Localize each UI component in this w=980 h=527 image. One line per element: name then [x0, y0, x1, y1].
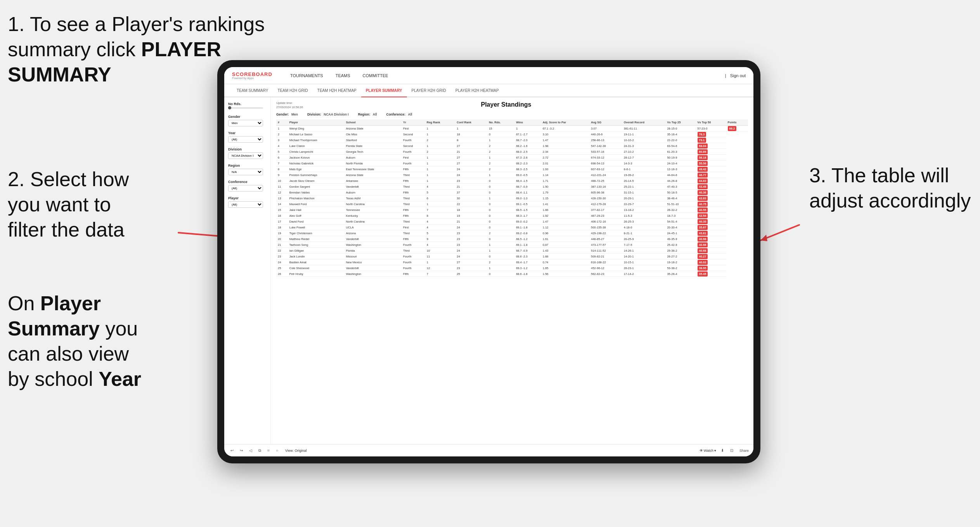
step2-text: 2. Select howyou want tofilter the data	[8, 168, 129, 241]
logo: SCOREBOARD Powered by dippo	[232, 72, 272, 79]
table-row: 1Wenyi DingArizona StateFirst1115167.1 -…	[276, 126, 748, 131]
screenshot-button[interactable]: ⊡	[729, 448, 735, 453]
tab-team-h2h-grid[interactable]: TEAM H2H GRID	[273, 84, 313, 97]
nav-divider: |	[725, 73, 726, 78]
points-value: 44.83	[698, 178, 708, 183]
points-value: 68.04	[698, 143, 708, 149]
export-button[interactable]: ⬇	[719, 448, 725, 453]
col-overall: Overall Record	[622, 119, 666, 126]
view-label: View: Original	[285, 449, 306, 453]
tab-player-h2h-heatmap[interactable]: PLAYER H2H HEATMAP	[451, 84, 504, 97]
copy-button[interactable]: ⧉	[257, 448, 263, 454]
points-value: 88.2	[728, 126, 737, 131]
redo-button[interactable]: ↪	[238, 448, 244, 453]
table-row: 3Michael ThorbjornsenStanfordFourth28168…	[276, 137, 748, 143]
update-time: Update time: 27/03/2024 16:56:26	[276, 101, 303, 109]
undo-button[interactable]: ↩	[229, 448, 235, 453]
sign-out-button[interactable]: Sign out	[730, 73, 746, 78]
table-row: 13Phichaksn MaichonTexas A&MThird630169.…	[276, 195, 748, 201]
conference-select[interactable]: (All)	[228, 185, 263, 192]
no-rds-label: No Rds.	[228, 102, 267, 106]
sidebar-region: Region N/A	[228, 164, 267, 175]
points-value: 40.68	[698, 248, 708, 253]
table-row: 8Mats EgeEast Tennessee StateFifth124268…	[276, 166, 748, 172]
tab-player-summary[interactable]: PLAYER SUMMARY	[361, 84, 407, 97]
col-reg-rank: Reg Rank	[425, 119, 455, 126]
filter-conference: Conference: All	[386, 112, 414, 116]
table-row: 21Taehoon SongWashingtonFourth423169.1 -…	[276, 242, 748, 248]
points-value: 40.27	[698, 254, 708, 259]
share-button[interactable]: Share	[739, 449, 749, 453]
filter-division: Division: NCAA Division I	[307, 112, 350, 116]
clock-button[interactable]: ○	[274, 448, 280, 453]
col-vs-top25: Vs Top 25	[665, 119, 696, 126]
sidebar-gender: Gender Men	[228, 115, 267, 126]
standings-table: # Player School Yr Reg Rank Conf Rank No…	[276, 119, 748, 277]
tab-team-summary[interactable]: TEAM SUMMARY	[232, 84, 273, 97]
gender-select[interactable]: Men	[228, 120, 263, 126]
table-row: 19Tiger ChristensenArizonaThird523269.2 …	[276, 230, 748, 236]
col-no-rds: No. Rds.	[487, 119, 514, 126]
player-select[interactable]: (All)	[228, 201, 263, 208]
no-rds-slider[interactable]	[228, 107, 263, 109]
points-value: 55.56	[698, 161, 708, 166]
region-select[interactable]: N/A	[228, 169, 263, 175]
nav-committee[interactable]: COMMITTEE	[357, 67, 395, 84]
col-yr: Yr	[402, 119, 425, 126]
conference-label: Conference	[228, 180, 267, 184]
year-select[interactable]: (All)	[228, 136, 263, 143]
tablet-screen: SCOREBOARD Powered by dippo TOURNAMENTS …	[224, 67, 753, 456]
nav-teams[interactable]: TEAMS	[329, 67, 357, 84]
table-row: 2Michael Le SassoOle MissSecond118067.1 …	[276, 131, 748, 137]
col-avg-sg: Avg SG	[589, 119, 622, 126]
col-wins: Wins	[514, 119, 541, 126]
annotation-step2: 2. Select howyou want tofilter the data	[8, 167, 194, 242]
filter-region: Region: All	[358, 112, 379, 116]
points-value: 40.98	[698, 237, 708, 242]
svg-marker-5	[760, 235, 767, 241]
bottom-toolbar: ↩ ↪ ◁ ⧉ ⌗ ○ View: Original 👁 Watch ▾ ⬇ ⊡…	[224, 444, 753, 456]
points-value: 73.1	[698, 138, 706, 143]
table-row: 24Bastien AmatNew MexicoFourth127269.4 -…	[276, 259, 748, 265]
tablet-device: SCOREBOARD Powered by dippo TOURNAMENTS …	[217, 60, 760, 463]
region-label: Region	[228, 164, 267, 168]
filter-row: Gender: Men Division: NCAA Division I Re…	[276, 112, 748, 116]
points-value: 40.55	[698, 207, 708, 213]
main-content: No Rds. Gender Men Year (All) Divi	[224, 97, 753, 444]
watch-button[interactable]: 👁 Watch ▾	[700, 449, 716, 453]
division-label: Division	[228, 147, 267, 151]
table-row: 17David FordNorth CarolinaThird421069.0 …	[276, 219, 748, 225]
points-value: 43.49	[698, 184, 708, 189]
table-row: 26Petr HrubyWashingtonFifth725068.6 -1.8…	[276, 271, 748, 277]
points-value: 46.77	[698, 173, 708, 178]
player-label: Player	[228, 196, 267, 200]
table-area: Update time: 27/03/2024 16:56:26 Player …	[271, 97, 753, 444]
year-label: Year	[228, 131, 267, 135]
points-value: 42.54	[698, 213, 708, 218]
table-title: Player Standings	[303, 101, 709, 108]
nav-tournaments[interactable]: TOURNAMENTS	[284, 67, 329, 84]
points-value: 40.98	[698, 242, 708, 247]
col-player: Player	[288, 119, 345, 126]
table-row: 16Alex GoffKentuckyFifth819068.3 -1.71.9…	[276, 213, 748, 219]
col-school: School	[345, 119, 402, 126]
sidebar-player: Player (All)	[228, 196, 267, 208]
points-value: 58.18	[698, 155, 708, 160]
gender-label: Gender	[228, 115, 267, 119]
tab-team-h2h-heatmap[interactable]: TEAM H2H HEATMAP	[313, 84, 361, 97]
main-navigation: SCOREBOARD Powered by dippo TOURNAMENTS …	[224, 67, 753, 84]
table-row: 5Christo LamprechtGeorgia TechFourth2212…	[276, 149, 748, 155]
table-row: 14Maxwell FordNorth CarolinaThird122069.…	[276, 201, 748, 207]
link-button[interactable]: ⌗	[266, 448, 271, 454]
col-conf-rank: Conf Rank	[455, 119, 487, 126]
step1-text: To see a Player's rankings summary click	[8, 13, 265, 60]
table-row: 9Preston SummerhaysArizona StateThird124…	[276, 172, 748, 178]
points-value: 49.42	[698, 167, 708, 172]
division-select[interactable]: NCAA Division I	[228, 152, 263, 159]
back-button[interactable]: ◁	[248, 448, 254, 453]
sidebar-conference: Conference (All)	[228, 180, 267, 192]
tab-player-h2h-grid[interactable]: PLAYER H2H GRID	[407, 84, 451, 97]
table-row: 7Nicholas GabrelcikNorth FloridaFourth12…	[276, 161, 748, 166]
points-value: 40.35	[698, 219, 708, 224]
table-row: 23Jack LundinMissouriFourth1124068.6 -2.…	[276, 254, 748, 259]
